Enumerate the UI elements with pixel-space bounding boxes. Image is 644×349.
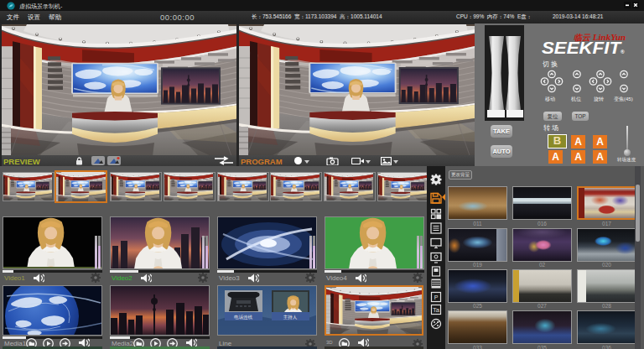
svg-text:P: P (434, 294, 439, 300)
svg-text:主持人: 主持人 (283, 315, 298, 320)
svg-text:Ta: Ta (433, 306, 440, 314)
svg-text:电话连线: 电话连线 (234, 315, 253, 320)
